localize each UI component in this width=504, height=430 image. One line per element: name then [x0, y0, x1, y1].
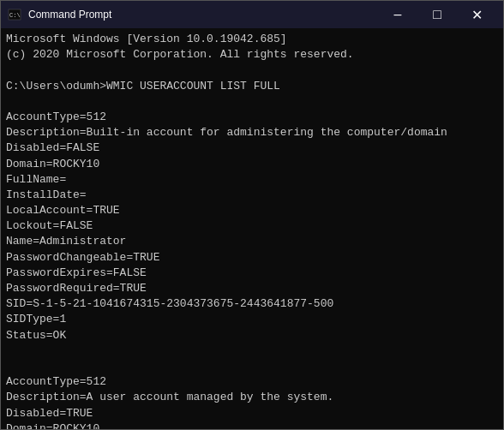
title-bar: C:\ Command Prompt – □ ✕ — [1, 1, 503, 28]
cmd-window: C:\ Command Prompt – □ ✕ Microsoft Windo… — [0, 0, 504, 430]
close-button[interactable]: ✕ — [457, 1, 496, 28]
terminal-output[interactable]: Microsoft Windows [Version 10.0.19042.68… — [1, 28, 503, 429]
svg-text:C:\: C:\ — [9, 12, 21, 19]
window-title: Command Prompt — [28, 9, 378, 21]
maximize-button[interactable]: □ — [417, 1, 457, 28]
terminal-text: Microsoft Windows [Version 10.0.19042.68… — [6, 32, 498, 429]
minimize-button[interactable]: – — [378, 1, 417, 28]
app-icon: C:\ — [8, 8, 21, 21]
window-controls: – □ ✕ — [378, 1, 496, 28]
